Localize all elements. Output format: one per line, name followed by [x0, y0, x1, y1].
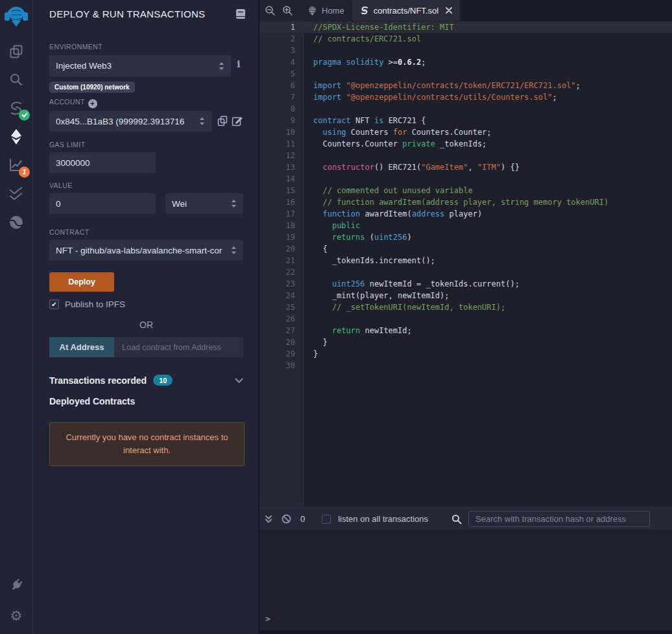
- code-line[interactable]: 11 Counters.Counter private _tokenIds;: [259, 138, 672, 150]
- line-number: 22: [259, 266, 303, 278]
- code-line[interactable]: 7import "@openzeppelin/contracts/utils/C…: [259, 91, 672, 103]
- at-address-button[interactable]: At Address: [49, 337, 114, 357]
- terminal-search-input[interactable]: [468, 511, 650, 527]
- line-number: 11: [259, 138, 303, 150]
- line-number: 28: [259, 336, 303, 348]
- sign-message-icon[interactable]: [232, 115, 243, 128]
- terminal-output[interactable]: >: [259, 530, 672, 630]
- solidity-compiler-icon[interactable]: [5, 98, 27, 119]
- code-line[interactable]: 8: [259, 103, 672, 115]
- deployed-contracts-label: Deployed Contracts: [49, 396, 135, 406]
- deploy-run-icon[interactable]: [5, 126, 27, 147]
- code-line[interactable]: 16 // function awardItem(address player,…: [259, 196, 672, 208]
- code-editor[interactable]: 1//SPDX-License-Identifier: MIT2// contr…: [259, 21, 672, 508]
- line-number: 27: [259, 325, 303, 336]
- no-instances-alert: Currently you have no contract instances…: [49, 422, 245, 466]
- code-line[interactable]: 24 _mint(player, newItemId);: [259, 290, 672, 301]
- unit-test-icon[interactable]: [5, 183, 27, 204]
- account-select[interactable]: 0x845...B1aB3 (999992.3913716: [49, 111, 211, 132]
- analysis-count-badge: 1: [19, 167, 30, 178]
- tab-home-label: Home: [322, 6, 344, 16]
- terminal-search-icon[interactable]: [451, 514, 462, 524]
- line-number: 25: [259, 301, 303, 313]
- code-line[interactable]: 20 {: [259, 243, 672, 255]
- analysis-icon[interactable]: 1: [5, 155, 27, 176]
- expand-terminal-icon[interactable]: [265, 515, 272, 524]
- environment-select[interactable]: Injected Web3: [49, 55, 231, 76]
- select-spinner-icon: [199, 117, 205, 126]
- transactions-count-badge: 10: [153, 375, 173, 386]
- icon-sidebar: 1 ⚙: [0, 0, 33, 634]
- settings-icon[interactable]: ⚙: [5, 605, 27, 626]
- code-line[interactable]: 18 public: [259, 220, 672, 231]
- line-number: 2: [259, 33, 303, 45]
- tab-home[interactable]: Home: [300, 0, 352, 21]
- code-line[interactable]: 6import "@openzeppelin/contracts/token/E…: [259, 80, 672, 91]
- select-spinner-icon: [231, 246, 237, 255]
- environment-info-icon[interactable]: i: [237, 58, 241, 70]
- code-line[interactable]: 17 function awardItem(address player): [259, 208, 672, 220]
- line-number: 13: [259, 161, 303, 173]
- environment-label: ENVIRONMENT: [49, 43, 102, 51]
- code-line[interactable]: 30: [259, 360, 672, 371]
- pending-tx-count: 0: [300, 514, 305, 524]
- value-input[interactable]: 0: [49, 193, 156, 214]
- line-number: 7: [259, 91, 303, 103]
- code-line[interactable]: 1//SPDX-License-Identifier: MIT: [259, 21, 672, 33]
- code-line[interactable]: 26: [259, 313, 672, 325]
- code-line[interactable]: 10 using Counters for Counters.Counter;: [259, 126, 672, 138]
- code-line[interactable]: 22: [259, 266, 672, 278]
- code-line[interactable]: 15 // commented out unused variable: [259, 185, 672, 196]
- contract-select[interactable]: NFT - github/ava-labs/avalanche-smart-co…: [49, 240, 243, 261]
- publish-ipfs-checkbox[interactable]: ✔: [49, 299, 59, 309]
- value-label: VALUE: [49, 182, 73, 189]
- chevron-down-icon[interactable]: [235, 375, 243, 385]
- line-number: 26: [259, 313, 303, 325]
- tab-file-label: contracts/NFT.sol: [374, 6, 438, 16]
- terminal-toolbar: 0 listen on all transactions: [259, 508, 672, 530]
- zoom-in-icon[interactable]: [282, 5, 293, 16]
- clear-console-icon[interactable]: [282, 514, 291, 524]
- code-line[interactable]: 23 uint256 newItemId = _tokenIds.current…: [259, 278, 672, 290]
- tab-nft-sol[interactable]: contracts/NFT.sol: [352, 0, 460, 21]
- network-badge: Custom (10920) network: [49, 82, 135, 93]
- line-number: 24: [259, 290, 303, 301]
- code-line[interactable]: 21 _tokenIds.increment();: [259, 255, 672, 266]
- or-divider-text: OR: [49, 320, 243, 330]
- code-line[interactable]: 4pragma solidity >=0.6.2;: [259, 56, 672, 68]
- at-address-input[interactable]: [114, 337, 243, 357]
- deploy-button[interactable]: Deploy: [49, 272, 114, 292]
- code-line[interactable]: 25 // _setTokenURI(newItemId, tokenURI);: [259, 301, 672, 313]
- code-line[interactable]: 5: [259, 68, 672, 80]
- publish-ipfs-label: Publish to IPFS: [65, 299, 125, 309]
- code-line[interactable]: 3: [259, 45, 672, 56]
- line-number: 30: [259, 360, 303, 371]
- add-account-icon[interactable]: +: [88, 99, 97, 108]
- code-line[interactable]: 9contract NFT is ERC721 {: [259, 115, 672, 126]
- code-line[interactable]: 12: [259, 150, 672, 161]
- code-line[interactable]: 2// contracts/ERC721.sol: [259, 33, 672, 45]
- search-icon[interactable]: [5, 69, 27, 90]
- code-line[interactable]: 29}: [259, 348, 672, 360]
- listen-transactions-checkbox[interactable]: [322, 515, 331, 524]
- close-tab-icon[interactable]: [446, 7, 452, 14]
- file-explorer-icon[interactable]: [5, 41, 27, 62]
- gas-limit-input[interactable]: 3000000: [49, 152, 156, 173]
- gas-limit-value: 3000000: [56, 158, 149, 168]
- documentation-icon[interactable]: [235, 8, 246, 21]
- listen-transactions-label: listen on all transactions: [338, 514, 428, 524]
- line-number: 19: [259, 231, 303, 243]
- copy-account-icon[interactable]: [217, 115, 228, 128]
- sphere-icon[interactable]: [5, 212, 27, 233]
- value-unit-select[interactable]: Wei: [165, 193, 243, 214]
- code-line[interactable]: 28 }: [259, 336, 672, 348]
- line-number: 6: [259, 80, 303, 91]
- code-line[interactable]: 27 return newItemId;: [259, 325, 672, 336]
- code-line[interactable]: 19 returns (uint256): [259, 231, 672, 243]
- line-number: 20: [259, 243, 303, 255]
- code-line[interactable]: 14: [259, 173, 672, 185]
- zoom-out-icon[interactable]: [265, 5, 276, 16]
- code-line[interactable]: 13 constructor() ERC721("GameItem", "ITM…: [259, 161, 672, 173]
- plugin-manager-icon[interactable]: [5, 575, 27, 596]
- line-number: 8: [259, 103, 303, 115]
